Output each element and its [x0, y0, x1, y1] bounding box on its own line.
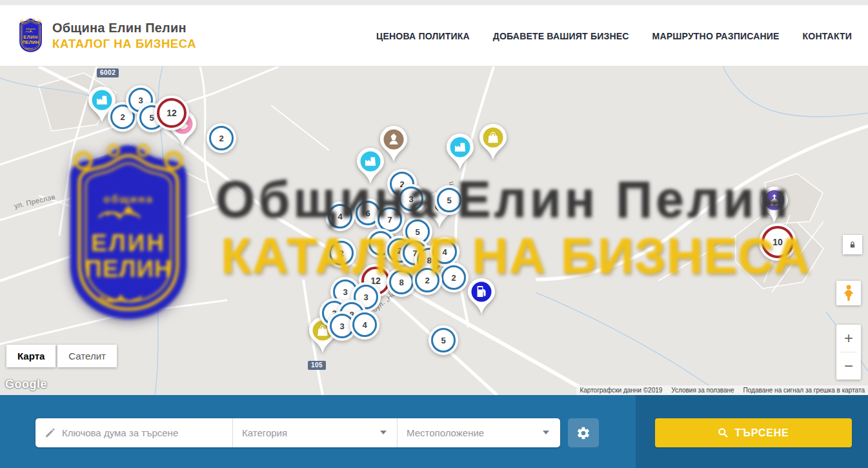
- location-placeholder: Местоположение: [407, 427, 484, 438]
- map-cluster-marker[interactable]: 4: [352, 312, 377, 337]
- watermark-subtitle: КАТАЛОГ НА БИЗНЕСА: [221, 227, 811, 285]
- map-cluster-marker[interactable]: 3: [330, 314, 354, 338]
- map-cluster-marker[interactable]: 5: [431, 328, 456, 352]
- zoom-in-button[interactable]: +: [836, 325, 861, 352]
- map-lock-control[interactable]: [843, 235, 862, 254]
- google-logo: Google: [5, 378, 47, 391]
- pencil-icon: [45, 427, 56, 438]
- nav-item[interactable]: КОНТАКТИ: [803, 31, 852, 41]
- main-nav: ЦЕНОВА ПОЛИТИКАДОБАВЕТЕ ВАШИЯТ БИЗНЕСМАР…: [376, 5, 852, 66]
- attribution-link[interactable]: Условия за ползване: [671, 387, 734, 394]
- keyword-input[interactable]: [62, 427, 223, 438]
- map-cluster-marker[interactable]: 2: [209, 126, 234, 150]
- search-input-group: Категория Местоположение: [35, 418, 560, 447]
- attribution-link[interactable]: Подаване на сигнал за грешка в картата: [743, 387, 865, 394]
- advanced-search-button[interactable]: [568, 418, 599, 447]
- pegman-icon: [842, 285, 856, 301]
- category-select[interactable]: Категория: [232, 418, 397, 447]
- map-cluster-marker[interactable]: 12: [157, 98, 187, 128]
- search-button[interactable]: ТЪРСЕНЕ: [655, 418, 852, 447]
- category-placeholder: Категория: [242, 427, 287, 438]
- nav-item[interactable]: ЦЕНОВА ПОЛИТИКА: [376, 31, 470, 41]
- search-icon: [718, 427, 729, 438]
- chevron-down-icon: [543, 431, 549, 434]
- map-attribution: Картографски данни ©2019Условия за ползв…: [576, 385, 868, 395]
- zoom-out-button[interactable]: −: [836, 352, 861, 380]
- watermark-title: Община Елин Пелин: [216, 170, 791, 229]
- map-pin-shopping-bag[interactable]: [479, 123, 507, 163]
- watermark-crest: [49, 136, 208, 330]
- site-subtitle: КАТАЛОГ НА БИЗНЕСА: [52, 37, 196, 51]
- map-data-copyright: Картографски данни ©2019: [580, 387, 662, 394]
- nav-item[interactable]: МАРШРУТНО РАЗПИСАНИЕ: [652, 31, 780, 41]
- map-zoom-control: + −: [836, 325, 861, 380]
- map-type-satellite-button[interactable]: Сателит: [57, 345, 117, 367]
- map-pin-factory[interactable]: [446, 133, 474, 173]
- map-type-control: Карта Сателит: [6, 345, 117, 367]
- page-top-strip: [0, 0, 868, 5]
- map-type-map-button[interactable]: Карта: [6, 345, 56, 367]
- lock-icon: [848, 240, 857, 249]
- location-select[interactable]: Местоположение: [397, 418, 560, 447]
- site-logo[interactable]: Община Елин Пелин КАТАЛОГ НА БИЗНЕСА: [15, 17, 196, 54]
- chevron-down-icon: [380, 431, 387, 434]
- gear-icon: [576, 426, 590, 440]
- search-bar: Категория Местоположение ТЪРСЕНЕ: [0, 395, 868, 468]
- municipality-crest-icon: [15, 17, 46, 54]
- site-header: Община Елин Пелин КАТАЛОГ НА БИЗНЕСА ЦЕН…: [0, 5, 868, 66]
- nav-item[interactable]: ДОБАВЕТЕ ВАШИЯТ БИЗНЕС: [493, 31, 629, 41]
- map-canvas[interactable]: 6002105 ул. Преславбул. „Новоселци" 2351…: [0, 66, 868, 395]
- keyword-segment[interactable]: [35, 418, 232, 447]
- street-view-pegman[interactable]: [836, 281, 861, 305]
- search-button-label: ТЪРСЕНЕ: [734, 427, 789, 439]
- site-title: Община Елин Пелин: [52, 21, 196, 36]
